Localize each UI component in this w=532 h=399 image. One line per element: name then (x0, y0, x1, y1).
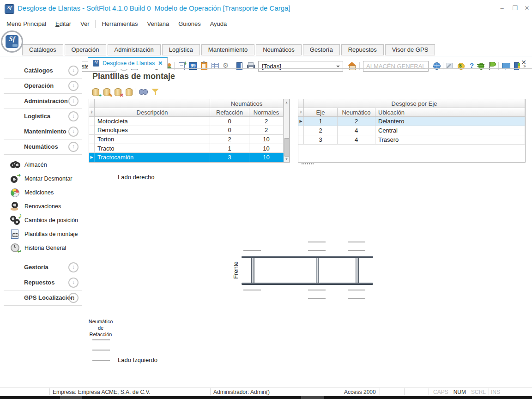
cell-descripcion[interactable]: Torton (95, 135, 210, 144)
sidebar-item-historia-general[interactable]: ↩ Historia General (10, 242, 66, 254)
chevron-down-circle-icon[interactable]: ↓ (68, 111, 79, 121)
cell-descripcion[interactable]: Remolques (95, 126, 210, 135)
cell-refaccion[interactable]: 0 (210, 117, 249, 126)
sidebar-section-operacion[interactable]: Operación ↓ (0, 79, 82, 94)
tab-neumaticos[interactable]: Neumáticos (256, 44, 302, 55)
search-binoculars-icon[interactable] (139, 87, 148, 97)
grid-vscrollbar[interactable]: ▲ ▼ (284, 99, 290, 162)
sidebar-item-montar-desmontar[interactable]: ➜ Montar Desmontar (10, 173, 73, 185)
cell-ubicacion[interactable]: Central (375, 126, 525, 135)
chevron-down-circle-icon[interactable]: ↓ (68, 66, 79, 76)
column-header-ubicacion[interactable]: Ubicación (375, 108, 525, 117)
restore-button[interactable]: ❐ (510, 3, 520, 13)
chevron-up-circle-icon[interactable]: ↑ (68, 142, 79, 152)
cell-ubicacion[interactable]: Trasero (375, 135, 525, 145)
sidebar-section-repuestos[interactable]: Repuestos ↓ (0, 275, 82, 290)
sidebar-section-catalogos[interactable]: Catálogos ↓ (0, 63, 82, 79)
tab-administracion[interactable]: Administración (108, 44, 161, 55)
axle-breakdown-grid[interactable]: Desglose por Eje ✳ Eje Neumático Ubicaci… (298, 99, 526, 163)
menu-editar[interactable]: Editar (51, 19, 76, 29)
tab-mantenimiento[interactable]: Mantenimiento (201, 44, 254, 55)
sidebar-section-logistica[interactable]: Logistica ↓ (0, 109, 82, 124)
menu-herramientas[interactable]: Herramientas (97, 19, 142, 29)
document-tab-close-icon[interactable]: ✕ (158, 60, 163, 66)
tab-operacion[interactable]: Operación (65, 44, 106, 55)
scroll-thumb[interactable] (284, 138, 290, 157)
document-area-close-icon[interactable]: ✕ (521, 59, 526, 66)
sidebar-section-mantenimiento[interactable]: Mantenimiento ↓ (0, 124, 82, 139)
close-button[interactable]: ✕ (522, 3, 532, 13)
menu-ventana[interactable]: Ventana (143, 19, 174, 29)
database-icon[interactable] (125, 87, 134, 97)
cell-normales[interactable]: 2 (249, 117, 284, 126)
sidebar-item-cambios-posicion[interactable]: ⤸ Cambios de posición (10, 214, 78, 226)
cell-normales[interactable]: 2 (249, 126, 284, 135)
scroll-down-icon[interactable]: ▼ (284, 157, 289, 161)
menu-menu-principal[interactable]: Menú Principal (2, 19, 51, 29)
chevron-down-circle-icon[interactable]: ↓ (68, 127, 79, 137)
sidebar-section-gps-localizacion[interactable]: GPS Localización ↓ (0, 290, 82, 306)
minimize-button[interactable]: – (497, 3, 507, 13)
sidebar-item-renovaciones[interactable]: Renovaciones (10, 200, 61, 212)
row-selector[interactable] (89, 135, 95, 144)
cell-eje[interactable]: 3 (304, 135, 338, 145)
tab-repuestos[interactable]: Repuestos (341, 44, 384, 55)
filter-funnel-icon[interactable] (151, 87, 160, 97)
chevron-down-circle-icon[interactable]: ↓ (68, 293, 79, 303)
scroll-lock-indicator: SCRL (471, 389, 486, 395)
cell-refaccion[interactable]: 1 (210, 144, 249, 153)
cell-descripcion-selected[interactable]: Tractocamión (95, 153, 210, 162)
column-header-descripcion[interactable]: Descripción (95, 108, 210, 117)
tab-gestoria[interactable]: Gestoría (303, 44, 340, 55)
sidebar-item-almacen[interactable]: Almacén (10, 159, 47, 171)
cell-descripcion[interactable]: Motocicleta (95, 117, 210, 126)
chevron-down-circle-icon[interactable]: ↓ (68, 96, 79, 106)
row-selector[interactable] (298, 135, 304, 145)
tab-logistica[interactable]: Logística (162, 44, 200, 55)
cell-neumatico-selected[interactable]: 2 (338, 117, 375, 126)
row-selector[interactable] (89, 117, 95, 126)
cell-normales[interactable]: 10 (249, 144, 284, 153)
sidebar-section-gestoria[interactable]: Gestoría ↓ (0, 260, 82, 275)
row-selector-current[interactable]: ▶ (89, 153, 95, 162)
cell-refaccion-selected[interactable]: 3 (210, 153, 249, 162)
row-selector[interactable] (298, 126, 304, 135)
cell-descripcion[interactable]: Tracto (95, 144, 210, 153)
cell-neumatico[interactable]: 4 (338, 126, 375, 135)
menu-ayuda[interactable]: Ayuda (206, 19, 232, 29)
cell-refaccion[interactable]: 0 (210, 126, 249, 135)
cell-eje-selected[interactable]: 1 (304, 117, 338, 126)
tab-visor-gps[interactable]: Visor de GPS (385, 44, 435, 55)
chevron-down-circle-icon[interactable]: ↓ (68, 81, 79, 91)
column-header-refaccion[interactable]: Refacción (210, 108, 249, 117)
chevron-down-circle-icon[interactable]: ↓ (68, 278, 79, 288)
row-selector[interactable] (89, 126, 95, 135)
column-header-normales[interactable]: Normales (249, 108, 284, 117)
row-selector[interactable] (89, 144, 95, 153)
menu-ver[interactable]: Ver (76, 19, 94, 29)
tab-catalogos[interactable]: Catálogos (22, 44, 63, 55)
chevron-down-circle-icon[interactable]: ↓ (68, 262, 79, 272)
sidebar-section-neumaticos[interactable]: Neumáticos ↑ (0, 139, 82, 155)
cell-eje[interactable]: 2 (304, 126, 338, 135)
cell-neumatico[interactable]: 4 (338, 135, 375, 145)
column-header-eje[interactable]: Eje (304, 108, 338, 117)
sidebar-section-administracion[interactable]: Administración ↓ (0, 94, 82, 109)
vehicle-types-grid[interactable]: ▲ ▼ Neumáticos ✳ Descripción Refacción N… (89, 99, 290, 163)
tire-position-marker (308, 242, 326, 242)
cell-normales[interactable]: 10 (249, 135, 284, 144)
cell-ubicacion-selected[interactable]: Delantero (375, 117, 525, 126)
delete-record-icon[interactable]: ✕ (114, 87, 123, 97)
cell-normales-selected[interactable]: 10 (249, 153, 284, 162)
cell-refaccion[interactable]: 2 (210, 135, 249, 144)
add-record-icon[interactable]: + (91, 87, 101, 97)
column-header-neumatico[interactable]: Neumático (338, 108, 375, 117)
row-selector-current[interactable]: ▶ (298, 117, 304, 126)
scroll-up-icon[interactable]: ▲ (284, 101, 289, 104)
taskbar-edge (0, 396, 532, 399)
sidebar-item-mediciones[interactable]: Mediciones (10, 187, 54, 199)
edit-record-icon[interactable]: ✎ (103, 87, 112, 97)
sidebar-item-plantillas-montaje[interactable]: Plantillas de montaje (10, 228, 78, 240)
document-tab-desglose[interactable]: Sf Desglose de Llantas ✕ (88, 57, 168, 69)
menu-guiones[interactable]: Guiones (174, 19, 205, 29)
